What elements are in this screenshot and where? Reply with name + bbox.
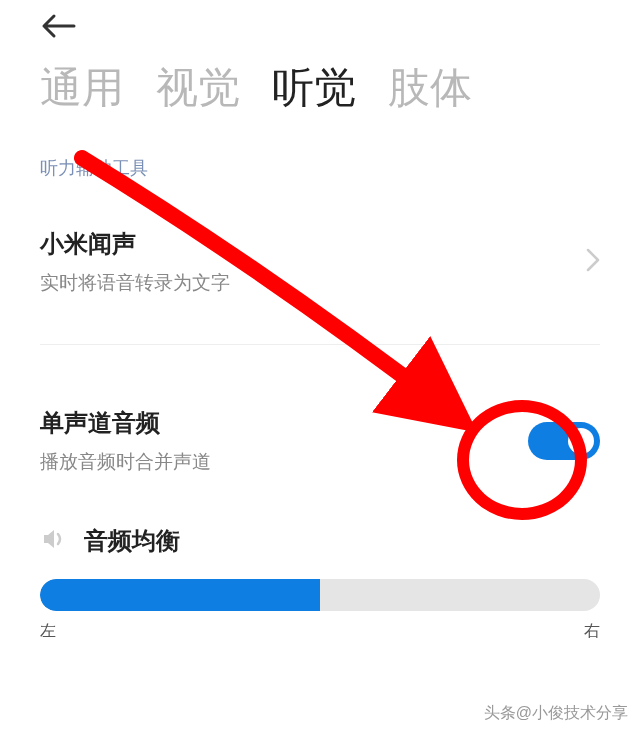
tab-physical[interactable]: 肢体 [388,60,472,116]
item-mono-audio: 单声道音频 播放音频时合并声道 [40,395,600,503]
balance-right-label: 右 [584,621,600,642]
toggle-knob [568,428,594,454]
speaker-icon [40,525,68,557]
audio-balance-slider[interactable] [40,579,600,611]
chevron-right-icon [586,248,600,276]
mono-audio-toggle[interactable] [528,422,600,460]
watermark: 头条@小俊技术分享 [484,703,628,724]
xiaomi-sound-subtitle: 实时将语音转录为文字 [40,270,230,296]
back-button[interactable] [40,12,76,44]
divider [40,344,600,345]
tab-hearing[interactable]: 听觉 [272,60,356,116]
tab-bar: 通用 视觉 听觉 肢体 [0,0,640,156]
item-xiaomi-sound[interactable]: 小米闻声 实时将语音转录为文字 [40,216,600,324]
section-header-hearing-tools: 听力辅助工具 [40,156,600,180]
tab-visual[interactable]: 视觉 [156,60,240,116]
slider-fill [40,579,320,611]
xiaomi-sound-title: 小米闻声 [40,228,230,260]
mono-audio-title: 单声道音频 [40,407,211,439]
balance-left-label: 左 [40,621,56,642]
tab-general[interactable]: 通用 [40,60,124,116]
mono-audio-subtitle: 播放音频时合并声道 [40,449,211,475]
audio-balance-title: 音频均衡 [84,525,180,557]
